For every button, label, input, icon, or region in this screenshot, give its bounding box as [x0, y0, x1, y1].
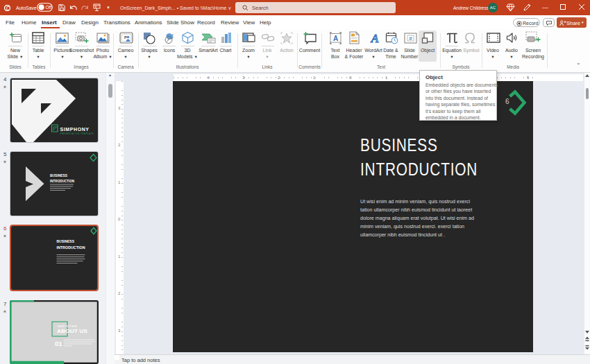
svg-text:P: P [124, 35, 127, 40]
svg-text:#: # [409, 35, 412, 42]
svg-text:01: 01 [55, 340, 62, 347]
svg-text:BUSINESS: BUSINESS [57, 239, 75, 243]
svg-text:BUSINESS: BUSINESS [50, 173, 67, 177]
svg-text:A: A [333, 35, 338, 42]
svg-text:PRESENTATION TEMPLATE: PRESENTATION TEMPLATE [60, 132, 94, 135]
svg-text:INTRODUCTION: INTRODUCTION [50, 179, 74, 183]
svg-text:Off: Off [46, 5, 52, 10]
svg-text:SIMPHONY: SIMPHONY [60, 127, 90, 132]
svg-text:INTRODUCTION: INTRODUCTION [57, 245, 85, 250]
svg-text:ABOUT US: ABOUT US [57, 328, 87, 334]
svg-text:A: A [371, 32, 379, 44]
